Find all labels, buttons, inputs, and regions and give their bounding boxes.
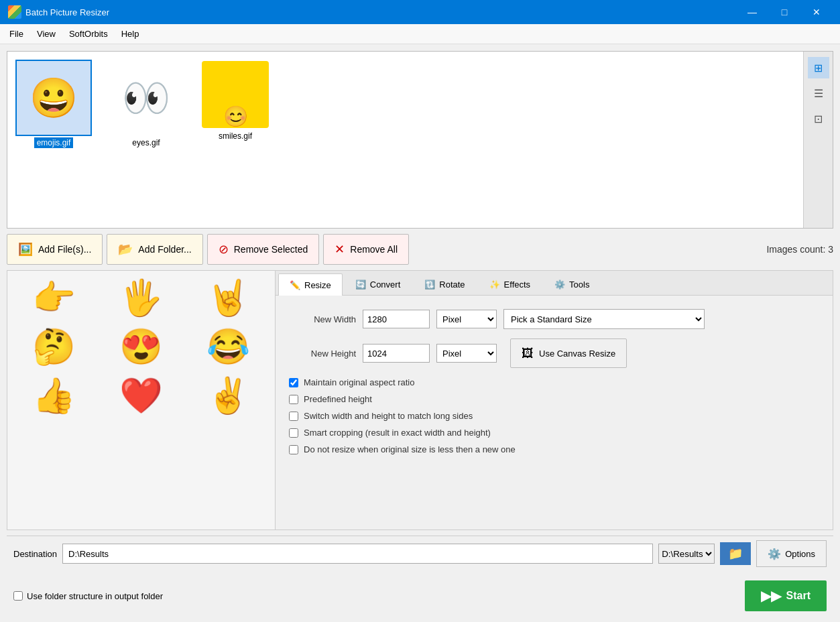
menu-help[interactable]: Help: [115, 26, 146, 42]
start-icon: ▶▶: [761, 588, 781, 604]
smart-crop-label[interactable]: Smart cropping (result in exact width an…: [304, 428, 491, 438]
no-resize-label[interactable]: Do not resize when original size is less…: [304, 444, 516, 454]
canvas-resize-button[interactable]: 🖼 Use Canvas Resize: [510, 338, 627, 368]
bottom-bar: Use folder structure in output folder ▶▶…: [7, 576, 833, 615]
switch-sides-checkbox[interactable]: [289, 412, 298, 421]
height-label: New Height: [289, 349, 356, 359]
rotate-tab-icon: 🔃: [424, 279, 435, 290]
maximize-button[interactable]: □: [769, 0, 800, 24]
menu-file[interactable]: File: [3, 26, 30, 42]
switch-sides-label[interactable]: Switch width and height to match long si…: [304, 411, 473, 421]
tools-tab-label: Tools: [569, 279, 589, 290]
thumb-eyes[interactable]: 👀 eyes.gif: [107, 58, 186, 221]
menu-softorbits[interactable]: SoftOrbits: [62, 26, 115, 42]
rotate-tab-label: Rotate: [439, 279, 465, 290]
predefined-height-label[interactable]: Predefined height: [304, 394, 372, 404]
close-button[interactable]: ✕: [801, 0, 832, 24]
window-controls: — □ ✕: [737, 0, 832, 24]
remove-all-button[interactable]: ✕ Remove All: [323, 234, 409, 265]
width-label: New Width: [289, 314, 356, 324]
images-count-value: 3: [828, 244, 833, 255]
view-grid-icon[interactable]: ⊡: [808, 108, 829, 129]
options-label: Options: [785, 549, 815, 559]
add-files-icon: 🖼️: [18, 242, 33, 257]
titlebar: Batch Picture Resizer — □ ✕: [0, 0, 840, 24]
emoji-peace: ✌️: [189, 375, 268, 416]
resize-tab-content: New Width Pixel Percent CM Inch Pick a S…: [276, 296, 833, 530]
emoji-pointing-right: 👉: [14, 277, 93, 318]
thumb-label-smiles: smiles.gif: [216, 131, 255, 141]
destination-label: Destination: [13, 549, 57, 559]
remove-selected-label: Remove Selected: [234, 244, 308, 255]
tab-effects[interactable]: ✨ Effects: [478, 273, 542, 295]
effects-tab-icon: ✨: [489, 279, 500, 290]
use-folder-row: Use folder structure in output folder: [13, 591, 163, 601]
emoji-crying-laugh: 😂: [189, 326, 268, 367]
add-files-button[interactable]: 🖼️ Add File(s)...: [7, 234, 103, 265]
images-count: Images count: 3: [766, 244, 833, 255]
use-folder-checkbox[interactable]: [13, 591, 23, 601]
destination-input[interactable]: [62, 544, 653, 564]
start-button[interactable]: ▶▶ Start: [745, 580, 827, 611]
view-list-icon[interactable]: ☰: [808, 82, 829, 104]
add-files-label: Add File(s)...: [38, 244, 91, 255]
width-input[interactable]: [363, 310, 430, 328]
emoji-thumbsup: 👍: [14, 375, 93, 416]
emoji-heart-eyes: 😍: [101, 326, 180, 367]
smart-crop-checkbox[interactable]: [289, 428, 298, 438]
canvas-resize-icon: 🖼: [522, 347, 534, 361]
height-input[interactable]: [363, 344, 430, 363]
width-unit-select[interactable]: Pixel Percent CM Inch: [436, 310, 497, 328]
tab-rotate[interactable]: 🔃 Rotate: [413, 273, 476, 295]
toolbar: 🖼️ Add File(s)... 📂 Add Folder... ⊘ Remo…: [7, 234, 833, 265]
remove-selected-button[interactable]: ⊘ Remove Selected: [207, 234, 320, 265]
app-icon: [8, 5, 21, 19]
start-label: Start: [786, 590, 811, 602]
options-icon: ⚙️: [768, 548, 781, 560]
add-folder-icon: 📂: [118, 242, 133, 257]
height-unit-select[interactable]: Pixel Percent CM Inch: [436, 344, 497, 363]
emoji-heart: ❤️: [101, 375, 180, 416]
smart-crop-row: Smart cropping (result in exact width an…: [289, 428, 819, 438]
thumb-smiles[interactable]: 😊 smiles.gif: [199, 58, 272, 221]
thumb-label-emojis: emojis.gif: [34, 137, 74, 148]
no-resize-checkbox[interactable]: [289, 445, 298, 454]
thumb-emojis[interactable]: 😀 emojis.gif: [14, 58, 93, 221]
use-folder-label[interactable]: Use folder structure in output folder: [27, 591, 163, 601]
thumb-img-eyes: 👀: [109, 61, 183, 135]
options-button[interactable]: ⚙️ Options: [756, 540, 827, 567]
convert-tab-icon: 🔄: [355, 279, 366, 290]
remove-selected-icon: ⊘: [219, 242, 229, 257]
add-folder-button[interactable]: 📂 Add Folder...: [107, 234, 202, 265]
remove-all-icon: ✕: [335, 242, 345, 257]
preview-area: 😀 emojis.gif 👀 eyes.gif 😊 smiles.gif ⊞ ☰…: [7, 51, 833, 229]
canvas-resize-label: Use Canvas Resize: [539, 349, 615, 359]
width-row: New Width Pixel Percent CM Inch Pick a S…: [289, 309, 819, 329]
tab-convert[interactable]: 🔄 Convert: [344, 273, 412, 295]
maintain-ratio-label[interactable]: Maintain original aspect ratio: [304, 377, 414, 387]
convert-tab-label: Convert: [370, 279, 401, 290]
add-folder-label: Add Folder...: [138, 244, 191, 255]
destination-dropdown[interactable]: D:\Results: [658, 544, 715, 564]
resize-tab-icon: ✏️: [290, 280, 300, 290]
app-title: Batch Picture Resizer: [25, 7, 737, 17]
thumb-label-eyes: eyes.gif: [129, 137, 162, 148]
browse-destination-button[interactable]: 📁: [720, 542, 751, 565]
emoji-rock: 🤘: [189, 277, 268, 318]
menu-view[interactable]: View: [30, 26, 62, 42]
predefined-height-checkbox[interactable]: [289, 395, 298, 404]
minimize-button[interactable]: —: [737, 0, 768, 24]
emoji-grid: 👉 🖐 🤘 🤔 😍 😂 👍 ❤️ ✌️: [14, 277, 268, 416]
switch-sides-row: Switch width and height to match long si…: [289, 411, 819, 421]
emoji-panel: 👉 🖐 🤘 🤔 😍 😂 👍 ❤️ ✌️: [7, 270, 275, 530]
tab-resize[interactable]: ✏️ Resize: [278, 273, 343, 296]
maintain-ratio-checkbox[interactable]: [289, 378, 298, 387]
tab-tools[interactable]: ⚙️ Tools: [543, 273, 601, 295]
no-resize-row: Do not resize when original size is less…: [289, 444, 819, 454]
resize-tab-label: Resize: [304, 280, 331, 290]
standard-size-select[interactable]: Pick a Standard Size 640x480 800x600 102…: [503, 309, 705, 329]
bottom-bar-left: Use folder structure in output folder: [13, 591, 739, 601]
destination-bar: Destination D:\Results 📁 ⚙️ Options: [7, 536, 833, 571]
predefined-height-row: Predefined height: [289, 394, 819, 404]
view-large-icon[interactable]: ⊞: [808, 57, 829, 78]
